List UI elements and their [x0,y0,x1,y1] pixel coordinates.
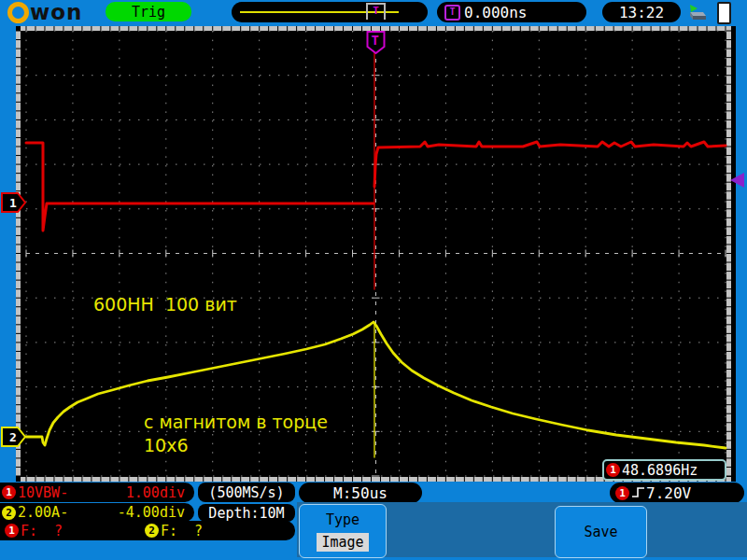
meas2-label: F: [161,523,177,539]
annotation-size: 10x6 [144,435,189,455]
meas2-badge-icon: 2 [145,524,159,538]
ch1-badge-icon: 1 [2,485,16,499]
frequency-readout-badge: 1 48.6896Hz [602,459,726,481]
meas1-value: ? [54,523,63,539]
meas1-badge-icon: 1 [5,524,19,538]
top-ruler [21,26,731,31]
save-button[interactable]: Save [555,506,647,558]
ch2-badge-icon: 2 [2,506,16,520]
trigger-source-badge-icon: 1 [615,486,629,500]
trigger-position-label: T [372,33,379,48]
ch1-badge-icon: 1 [606,463,620,477]
oscilloscope-screen: won Trig T T 0.000ns 13:22 12T 600НН 100… [0,0,747,560]
waveform-display: 12T [0,0,747,495]
type-menu-button[interactable]: Type Image [299,504,387,558]
ch2-scale: 2.00A- [18,504,68,521]
type-selected-value[interactable]: Image [317,533,368,552]
annotation-magnet: с магнитом в торце [144,412,328,432]
annotation-core-type: 600НН 100 вит [93,294,237,315]
ch1-position: 1.00div [126,484,185,501]
frequency-value: 48.6896Hz [622,462,698,479]
ch1-status-pill: 1 10VBW- 1.00div [0,483,194,502]
ch2-position: -4.00div [118,504,185,521]
ch1-position-tag-label: 1 [9,196,17,210]
sample-rate-pill: (500MS/s) [198,483,295,502]
trigger-level-pill: 1 7.20V [610,483,744,503]
ch1-scale: 10VBW- [18,484,68,501]
type-label: Type [326,511,359,528]
meas1-label: F: [21,523,37,539]
trigger-level-value: 7.20V [646,484,691,502]
meas2-value: ? [194,523,203,539]
timebase-pill: M:50us [299,483,422,503]
rising-edge-icon [631,485,646,500]
ch2-status-pill: 2 2.00A- -4.00div [0,503,194,522]
memory-depth-pill: Depth:10M [198,504,295,522]
ch2-position-tag-label: 2 [9,430,17,444]
measurement-strip: 1 F: ? 2 F: ? [0,521,295,540]
